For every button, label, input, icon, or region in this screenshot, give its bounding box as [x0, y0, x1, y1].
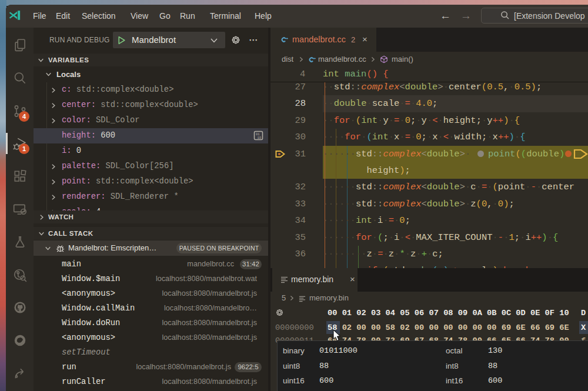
svg-text:10: 10 [258, 136, 262, 140]
